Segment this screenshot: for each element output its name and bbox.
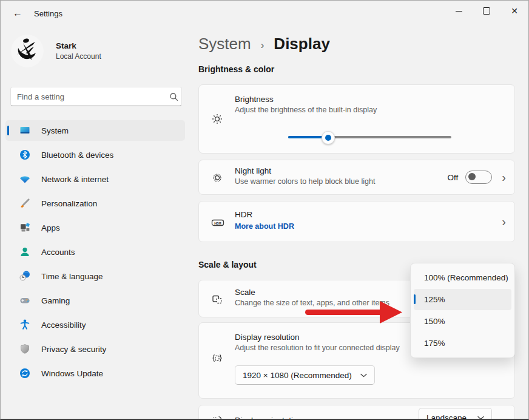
settings-window: ← Settings ✕ Stark Local bbox=[0, 0, 529, 420]
slider-track[interactable] bbox=[288, 136, 451, 138]
night-light-toggle[interactable] bbox=[465, 171, 492, 184]
account-type: Local Account bbox=[56, 52, 101, 61]
shield-icon bbox=[19, 343, 31, 355]
brightness-title: Brightness bbox=[235, 95, 274, 104]
brightness-slider[interactable] bbox=[288, 131, 451, 143]
orientation-dropdown[interactable]: Landscape bbox=[419, 408, 492, 420]
chevron-right-icon: › bbox=[502, 215, 506, 229]
sidebar-item-network-internet[interactable]: Network & internet bbox=[5, 169, 185, 189]
sidebar-item-label: Privacy & security bbox=[41, 345, 106, 354]
sidebar-item-label: System bbox=[41, 126, 69, 135]
orientation-value: Landscape bbox=[426, 413, 467, 420]
night-light-subtitle: Use warmer colors to help block blue lig… bbox=[235, 177, 375, 186]
avatar bbox=[11, 35, 44, 67]
display-resolution-subtitle: Adjust the resolution to fit your connec… bbox=[235, 344, 400, 352]
sidebar-item-label: Personalization bbox=[41, 199, 97, 208]
svg-text:HDR: HDR bbox=[214, 222, 221, 225]
hdr-icon: HDR bbox=[211, 217, 223, 229]
slider-thumb-dot bbox=[325, 135, 331, 141]
back-arrow-icon: ← bbox=[13, 8, 22, 19]
bluetooth-icon bbox=[19, 149, 31, 161]
scale-dropdown-flyout: 100% (Recommended) 125% 150% 175% bbox=[410, 263, 515, 358]
sidebar: Stark Local Account System Bluetooth bbox=[1, 26, 190, 420]
scale-title: Scale bbox=[235, 288, 255, 297]
sidebar-item-label: Network & internet bbox=[41, 175, 109, 184]
breadcrumb-system[interactable]: System bbox=[198, 35, 251, 53]
back-button[interactable]: ← bbox=[9, 5, 26, 21]
chevron-down-icon bbox=[360, 373, 367, 378]
account-name: Stark bbox=[56, 41, 101, 50]
hdr-card[interactable]: HDR HDR More about HDR › bbox=[198, 201, 515, 242]
breadcrumb: System › Display bbox=[198, 35, 330, 53]
brush-icon bbox=[19, 197, 31, 209]
toggle-knob bbox=[468, 173, 476, 180]
display-orientation-title: Display orientation bbox=[235, 416, 302, 420]
sidebar-item-label: Bluetooth & devices bbox=[41, 151, 113, 160]
sidebar-item-personalization[interactable]: Personalization bbox=[5, 193, 185, 214]
accessibility-icon bbox=[19, 319, 31, 331]
sidebar-nav: System Bluetooth & devices Network & int… bbox=[5, 120, 185, 387]
brightness-sun-icon bbox=[211, 113, 223, 125]
sidebar-item-privacy-security[interactable]: Privacy & security bbox=[5, 339, 185, 359]
scale-icon bbox=[211, 293, 223, 305]
night-light-card[interactable]: Night light Use warmer colors to help bl… bbox=[198, 160, 515, 195]
display-orientation-card: Display orientation Landscape bbox=[198, 405, 515, 420]
sidebar-item-label: Accounts bbox=[41, 248, 75, 257]
sidebar-item-gaming[interactable]: Gaming bbox=[5, 290, 185, 311]
display-resolution-icon bbox=[211, 352, 223, 364]
brightness-card: Brightness Adjust the brightness of the … bbox=[198, 84, 515, 154]
slider-thumb[interactable] bbox=[322, 131, 335, 144]
sidebar-item-label: Time & language bbox=[41, 272, 103, 281]
scale-option-175[interactable]: 175% bbox=[414, 333, 511, 354]
red-annotation-arrow-icon bbox=[301, 297, 407, 327]
hdr-title: HDR bbox=[235, 210, 252, 219]
sidebar-item-apps[interactable]: Apps bbox=[5, 217, 185, 238]
resolution-dropdown[interactable]: 1920 × 1080 (Recommended) bbox=[235, 365, 375, 385]
hdr-more-link[interactable]: More about HDR bbox=[235, 222, 294, 231]
scale-option-100[interactable]: 100% (Recommended) bbox=[414, 267, 511, 288]
sidebar-item-windows-update[interactable]: Windows Update bbox=[5, 363, 185, 384]
app-title: Settings bbox=[34, 9, 62, 18]
scale-option-150[interactable]: 150% bbox=[414, 311, 511, 332]
apps-grid-icon bbox=[19, 222, 31, 234]
night-light-title: Night light bbox=[235, 166, 271, 175]
sidebar-item-label: Windows Update bbox=[41, 369, 103, 378]
sidebar-item-system[interactable]: System bbox=[5, 120, 185, 141]
chevron-down-icon bbox=[477, 416, 484, 420]
section-heading-scale-layout: Scale & layout bbox=[198, 260, 257, 269]
wifi-icon bbox=[19, 173, 31, 185]
sidebar-item-accessibility[interactable]: Accessibility bbox=[5, 314, 185, 335]
breadcrumb-chevron-icon: › bbox=[261, 39, 264, 52]
night-light-icon bbox=[211, 172, 223, 184]
account-header[interactable]: Stark Local Account bbox=[11, 35, 101, 67]
sidebar-item-label: Accessibility bbox=[41, 320, 86, 330]
gamepad-icon bbox=[19, 294, 31, 307]
section-heading-brightness-color: Brightness & color bbox=[198, 64, 274, 74]
scale-option-125[interactable]: 125% bbox=[414, 289, 511, 310]
chevron-right-icon: › bbox=[502, 171, 506, 185]
search-input[interactable] bbox=[11, 92, 166, 101]
search-box[interactable] bbox=[10, 87, 182, 106]
clock-globe-icon bbox=[19, 270, 31, 282]
display-resolution-title: Display resolution bbox=[235, 333, 300, 342]
search-icon bbox=[166, 92, 181, 101]
sidebar-item-accounts[interactable]: Accounts bbox=[5, 242, 185, 262]
display-orientation-icon bbox=[211, 414, 223, 420]
resolution-value: 1920 × 1080 (Recommended) bbox=[243, 371, 352, 380]
page-title: Display bbox=[274, 35, 330, 53]
system-monitor-icon bbox=[19, 124, 31, 137]
night-light-state-label: Off bbox=[448, 173, 459, 182]
brightness-subtitle: Adjust the brightness of the built-in di… bbox=[235, 106, 377, 114]
update-arrows-icon bbox=[19, 367, 31, 379]
sidebar-item-label: Apps bbox=[41, 223, 60, 232]
sidebar-item-time-language[interactable]: Time & language bbox=[5, 266, 185, 286]
sidebar-item-bluetooth-devices[interactable]: Bluetooth & devices bbox=[5, 144, 185, 165]
sidebar-item-label: Gaming bbox=[41, 296, 70, 305]
person-icon bbox=[19, 246, 31, 258]
